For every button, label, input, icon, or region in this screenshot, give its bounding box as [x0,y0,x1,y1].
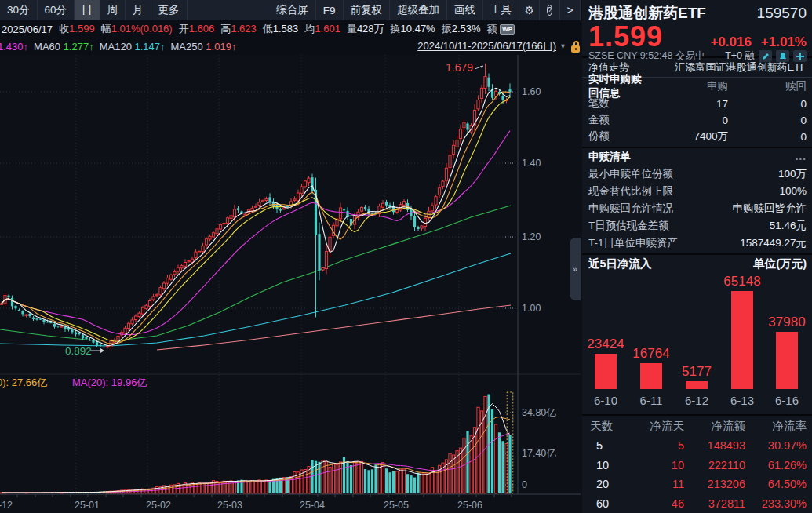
period-tab-30分[interactable]: 30分 [0,0,38,20]
flow-table-row: 201121320664.50% [582,475,812,494]
realtime-row: 金额00 [582,112,812,129]
flow-table-row: 5514849330.97% [582,436,812,456]
list-row: T-1日单位申赎资产1587449.27元 [582,235,812,252]
flow-table-row: 6046372811233.30% [582,494,812,513]
quote-header: 港股通创新药ETF 159570 1.599 +0.016+1.01% SZSE… [582,0,812,58]
flow-table-row: 101022211061.26% [582,456,812,475]
quote-均: 均1.601 [304,23,340,35]
flow-bar-date: 6-11 [640,394,663,407]
quote-振: 振2.53% [442,23,481,35]
svg-text:25-03: 25-03 [217,500,242,511]
svg-text:17.40亿: 17.40亿 [522,448,556,459]
net-inflow-table: 天数净流天净流额净流率5514849330.97%101022211061.26… [582,416,812,513]
flow-table-header: 天数净流天净流额净流率 [582,416,812,436]
quote-幅: 幅1.01%(0.016) [101,23,173,35]
list-row: 最小申赎单位份额100万 [582,166,812,183]
svg-text:MA(20): 19.96亿: MA(20): 19.96亿 [72,377,147,388]
flow-bar-date: 6-16 [775,394,799,407]
list-row: 现金替代比例上限100% [582,183,812,200]
menu-item-画线[interactable]: 画线 [447,0,483,20]
ma-label: MA120 1.147↑ [100,41,166,53]
trade-flags: T+0 融 [725,49,755,63]
svg-text:1.20: 1.20 [522,231,541,242]
ma-values: 1.430↑MA60 1.277↑MA120 1.147↑MA250 1.019… [0,41,242,53]
quote-额: 额 WP [487,23,515,35]
svg-text:1.60: 1.60 [522,86,541,97]
toolbar-right-menu: 综合屏F9前复权超级叠加画线工具⚙?> [269,0,581,20]
security-code: 159570 [757,5,807,22]
flow-bar-value: 23424 [587,337,624,352]
flow-bar-value: 5177 [682,364,712,380]
help-icon[interactable]: ? [540,0,560,20]
edit-icon[interactable] [759,50,772,62]
lock-icon[interactable] [570,41,581,53]
quote-bar: 2025/06/17 收1.599幅1.01%(0.016)开1.606高1.6… [0,20,581,38]
svg-text:25-01: 25-01 [75,500,100,511]
period-tab-周[interactable]: 周 [100,0,126,20]
col-redeem: 赎回 [728,79,807,93]
flow-bar-date: 6-12 [685,394,708,407]
subscription-list: 申赎清单 ... 最小申赎单位份额100万现金替代比例上限100%申购赎回允许情… [582,148,812,255]
quote-换: 换10.47% [391,23,435,35]
list-row: T日预估现金差额51.46元 [582,217,812,235]
period-tab-日[interactable]: 日 [75,0,100,20]
menu-item-前复权[interactable]: 前复权 [344,0,391,20]
alert-bell-icon[interactable] [776,50,789,62]
chevron-down-icon[interactable]: ▼ [559,42,566,50]
realtime-subscription-table: 实时申购赎回信息 申购 赎回 笔数170金额00份额7400万0 [582,78,812,148]
svg-text:34.80亿: 34.80亿 [522,407,556,418]
date-range[interactable]: 2024/10/11-2025/06/17(166日)▼ [417,39,581,53]
flow-bar [731,291,753,389]
quote-收: 收1.599 [59,23,95,35]
collapse-panel-handle[interactable]: » [570,238,581,300]
flow-bar-value: 16764 [632,346,669,362]
svg-text:1.40: 1.40 [522,158,541,169]
menu-item-综合屏[interactable]: 综合屏 [269,0,316,20]
flow-header: 近5日净流入 单位(万元) [582,255,812,273]
quote-开: 开1.606 [179,23,215,35]
market-status: SZSE CNY 9:52:48 交易中 [588,49,705,63]
flow-bar-value: 37980 [768,315,805,330]
more-button[interactable]: ... [796,151,807,162]
realtime-row: 笔数170 [582,96,812,112]
svg-text:0.892: 0.892 [65,345,92,357]
period-tab-月[interactable]: 月 [126,0,151,20]
trading-app-window: 30分60分日周月更多 综合屏F9前复权超级叠加画线工具⚙?> 2025/06/… [0,0,812,513]
quote-量: 量428万 [347,23,384,35]
period-tab-更多[interactable]: 更多 [151,0,188,20]
realtime-row: 份额7400万0 [582,129,812,145]
ma-bar: 1.430↑MA60 1.277↑MA120 1.147↑MA250 1.019… [0,38,581,55]
chevron-right-icon[interactable]: > [560,0,581,20]
ma-label: MA250 1.019↑ [171,41,237,53]
list-title: 申赎清单 [588,150,631,164]
kline-chart[interactable]: 0): 27.66亿MA(20): 19.96亿1.601.401.201.00… [0,55,581,513]
svg-text:1.679: 1.679 [446,61,473,74]
list-row: 申购赎回允许情况申购赎回皆允许 [582,200,812,217]
settings-gear-icon[interactable]: ⚙ [519,0,540,20]
price-change-pct: +1.01% [761,35,807,50]
flow-title: 近5日净流入 [588,256,652,271]
price-change: +0.016 [710,35,751,50]
period-tab-60分[interactable]: 60分 [38,0,75,20]
svg-text:0: 0 [522,479,527,490]
flow-bar [640,363,662,388]
net-inflow-bar-chart[interactable]: 234246-10167646-1151776-12651486-1337980… [582,273,812,414]
flow-bar [595,354,617,389]
last-price: 1.599 [588,22,663,52]
svg-text:25-06: 25-06 [457,500,482,511]
flow-bar [776,332,798,389]
svg-text:25-04: 25-04 [300,500,325,511]
menu-item-超级叠加[interactable]: 超级叠加 [390,0,447,20]
flow-unit: 单位(万元) [753,256,807,271]
svg-text:0): 27.66亿: 0): 27.66亿 [0,377,47,388]
svg-text:-12: -12 [0,500,13,511]
chart-column: 30分60分日周月更多 综合屏F9前复权超级叠加画线工具⚙?> 2025/06/… [0,0,581,513]
flow-bar-value: 65148 [723,274,760,289]
quote-低: 低1.583 [263,23,299,35]
menu-item-F9[interactable]: F9 [316,0,344,20]
menu-item-工具[interactable]: 工具 [483,0,519,20]
flow-bar [686,381,708,389]
svg-text:1.00: 1.00 [522,303,541,314]
add-icon[interactable] [793,50,807,62]
col-subscribe: 申购 [651,79,728,93]
